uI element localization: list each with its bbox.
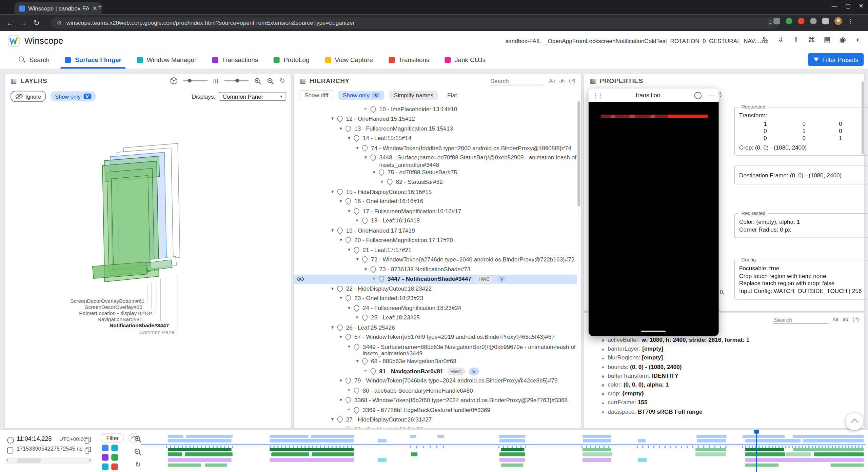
bug-report-icon[interactable]: ◉ [838, 36, 847, 44]
hierarchy-node[interactable]: 3369 - 67726bf EdgeBackGestureHandler0#3… [294, 405, 577, 415]
gray-extension-icon[interactable] [810, 18, 817, 24]
new-tab-button[interactable]: + [97, 2, 102, 11]
hierarchy-node[interactable]: ▾73 - 8736138 NotificationShade#73 [294, 265, 577, 275]
upload-icon[interactable]: ⇧ [792, 36, 801, 44]
hierarchy-search-input[interactable] [489, 77, 545, 85]
pin-node-icon[interactable] [344, 236, 352, 244]
pin-node-icon[interactable] [378, 275, 386, 282]
expand-chevron-icon[interactable]: ▾ [329, 227, 336, 234]
regex-icon[interactable]: (.*) [852, 317, 859, 322]
hierarchy-node[interactable]: ▾23 - OneHanded:18:23#23 [294, 294, 577, 303]
match-word-icon[interactable]: ab [843, 317, 848, 322]
hierarchy-node[interactable]: ▾3368 - WindowToken{f6b2f60 type=2024 an… [294, 396, 577, 406]
pin-node-icon[interactable] [378, 168, 386, 176]
display-select[interactable]: Common Panel ▾ [219, 92, 286, 101]
expand-chevron-icon[interactable]: ▾ [329, 285, 336, 292]
expand-chevron-icon[interactable]: ▾ [362, 266, 369, 272]
puzzle-extensions-icon[interactable] [822, 18, 829, 24]
hierarchy-node[interactable]: ▾3448 - Surface(name=ed70f88 StatusBar)/… [294, 153, 577, 168]
property-item[interactable]: bufferTransform: IDENTITY [589, 372, 862, 381]
tab-close-icon[interactable]: ✕ [92, 5, 97, 12]
pin-node-icon[interactable] [344, 396, 352, 404]
hierarchy-node[interactable]: ▾17 - FullscreenMagnification:16:16#17 [294, 206, 577, 216]
property-item[interactable]: dataspace: BT709 sRGB Full range [589, 408, 862, 417]
hierarchy-node[interactable]: ▾15 - HideDisplayCutout:16:16#15 [294, 187, 577, 197]
hierarchy-node[interactable]: ▾67 - WindowToken{e5176f9 type=2019 andr… [294, 333, 577, 342]
pin-node-icon[interactable] [336, 323, 344, 331]
hierarchy-node[interactable]: ▾75 - ed70f88 StatusBar#75 [294, 168, 577, 178]
minimize-icon[interactable]: — [708, 92, 714, 99]
nav-tab-view-capture[interactable]: View Capture [317, 51, 381, 68]
pin-node-icon[interactable] [361, 357, 369, 365]
pin-node-icon[interactable] [369, 367, 377, 375]
hierarchy-node[interactable]: ▾19 - OneHanded:17:17#19 [294, 226, 577, 236]
hierarchy-node[interactable]: ▾27 - HideDisplayCutout:26:31#27 [294, 415, 577, 425]
profile-avatar[interactable] [834, 17, 842, 25]
timeline-canvas[interactable] [0, 430, 868, 472]
zoom-out-icon[interactable] [267, 77, 274, 84]
pin-node-icon[interactable] [344, 197, 352, 205]
pin-node-icon[interactable] [353, 342, 360, 350]
hierarchy-node[interactable]: ▾16 - OneHanded:16:16#16 [294, 197, 577, 207]
hierarchy-node[interactable]: 25 - Leaf:18:23#25 [294, 313, 577, 323]
hierarchy-node[interactable]: 80 - ace6abb SecondaryHomeHandle0#80 [294, 386, 577, 396]
dark-mode-icon[interactable]: ◐ [854, 36, 863, 44]
address-bar[interactable]: ⚙ winscope.teams.x20web.corp.google.com/… [51, 17, 779, 29]
drag-handle-icon[interactable]: ⋮⋮ [593, 92, 602, 98]
expand-chevron-icon[interactable]: ▾ [370, 169, 377, 175]
hierarchy-node[interactable]: ▾12 - OneHanded:15:15#12 [294, 114, 577, 124]
window-maximize-button[interactable]: ▢ [846, 3, 851, 9]
hierarchy-node[interactable]: ▾22 - HideDisplayCutout:18:23#22 [294, 284, 577, 294]
expand-chevron-icon[interactable]: ▾ [337, 295, 344, 301]
expand-chevron-icon[interactable]: ▾ [346, 304, 353, 311]
pin-node-icon[interactable] [353, 304, 360, 312]
show-only-v-toggle[interactable]: Show only V [51, 91, 96, 101]
pin-node-icon[interactable] [361, 255, 369, 263]
screenshot-window-titlebar[interactable]: ⋮⋮ transition i — [589, 88, 719, 102]
expand-chevron-icon[interactable]: ▾ [362, 154, 369, 161]
expand-chevron-icon[interactable]: ▾ [346, 135, 353, 141]
hierarchy-node[interactable]: ▾28 - OneHanded:26:31#28 [294, 425, 577, 428]
property-item[interactable]: barrierLayer: [empty] [589, 345, 862, 354]
expand-chevron-icon[interactable]: ▾ [346, 208, 353, 214]
match-case-icon[interactable]: Aa [549, 78, 555, 83]
rotation-slider[interactable] [183, 80, 208, 81]
regex-icon[interactable]: (.*) [569, 78, 575, 83]
timeline-cursor[interactable] [756, 430, 757, 472]
expand-chevron-icon[interactable]: ▾ [346, 246, 353, 253]
shortcuts-icon[interactable]: ⌘ [807, 36, 816, 44]
nav-tab-transitions[interactable]: Transitions [381, 51, 437, 68]
collapse-timeline-fab[interactable] [846, 413, 863, 430]
hierarchy-node[interactable]: 3447 - NotificationShade#3447HWCV [294, 274, 577, 284]
hierarchy-node[interactable]: ▾24 - FullscreenMagnification:18:23#24 [294, 303, 577, 313]
expand-chevron-icon[interactable]: ▾ [337, 426, 344, 428]
pin-node-icon[interactable] [369, 265, 377, 273]
expand-chevron-icon[interactable]: ▾ [337, 125, 344, 132]
pin-node-icon[interactable] [353, 386, 360, 394]
browser-menu-icon[interactable]: ⋮ [848, 17, 854, 24]
nav-tab-jank-cujs[interactable]: Jank CUJs [437, 51, 493, 68]
expand-chevron-icon[interactable]: ▾ [337, 333, 344, 340]
timeline-cursor-handle[interactable] [754, 430, 759, 433]
simplify-names-chip[interactable]: Simplify names [390, 91, 438, 100]
reset-view-icon[interactable]: ↻ [280, 77, 285, 85]
pin-node-icon[interactable] [369, 153, 377, 161]
pin-node-icon[interactable] [353, 245, 360, 253]
3d-view-icon[interactable] [170, 77, 178, 85]
property-item[interactable]: color: (0, 0, 0), alpha: 1 [589, 381, 862, 390]
pin-node-icon[interactable] [361, 144, 369, 152]
window-minimize-button[interactable]: — [832, 3, 837, 9]
pin-node-icon[interactable] [386, 178, 394, 185]
pin-node-icon[interactable] [344, 425, 352, 427]
reload-button[interactable]: ↻ [30, 19, 43, 27]
flat-button[interactable]: Flat [443, 91, 461, 100]
expand-chevron-icon[interactable]: ▾ [337, 377, 344, 384]
window-close-button[interactable]: ✕ [859, 3, 864, 9]
visibility-eye-icon[interactable] [297, 276, 304, 283]
hierarchy-node[interactable]: 81 - NavigationBar0#81HWCV [294, 367, 577, 376]
red-extension-icon[interactable] [798, 18, 805, 24]
nav-tab-search[interactable]: Search [11, 51, 57, 68]
pin-node-icon[interactable] [344, 376, 352, 384]
pin-node-icon[interactable] [361, 216, 369, 224]
property-item[interactable]: currFrame: 155 [589, 399, 862, 408]
